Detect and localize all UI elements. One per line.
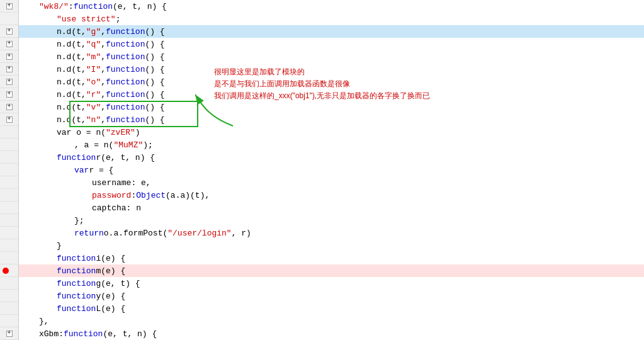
normal-token: () { xyxy=(145,90,164,99)
gutter-row[interactable] xyxy=(0,176,18,189)
gutter-row[interactable]: + xyxy=(0,76,18,88)
fold-icon[interactable]: + xyxy=(6,54,13,60)
gutter-row[interactable]: + xyxy=(0,88,18,101)
normal-token: () { xyxy=(145,65,164,74)
code-line[interactable]: n.d(t, "I", function() { xyxy=(19,63,644,76)
kw-token: var xyxy=(74,166,89,175)
gutter-row[interactable] xyxy=(0,227,18,239)
str-token: "o" xyxy=(86,77,101,87)
normal-token: () { xyxy=(145,52,164,62)
code-line[interactable]: function g(e, t) { xyxy=(19,277,644,290)
gutter-row[interactable]: + xyxy=(0,63,18,76)
code-line[interactable]: function i(e) { xyxy=(19,252,644,264)
str-token: "n" xyxy=(86,115,101,125)
code-line[interactable]: , a = n("MuMZ"); xyxy=(19,139,644,151)
gutter-row[interactable] xyxy=(0,290,18,302)
fold-icon[interactable]: + xyxy=(6,28,13,35)
fold-icon[interactable]: + xyxy=(6,41,13,47)
normal-token: n.d(t, xyxy=(57,27,86,37)
code-line[interactable]: }; xyxy=(19,214,644,227)
normal-token: , xyxy=(101,40,106,49)
gutter-row[interactable] xyxy=(0,277,18,290)
normal-token: () { xyxy=(145,103,164,112)
normal-token: n.d(t, xyxy=(57,90,86,99)
normal-token: (e, t, n) { xyxy=(103,329,157,339)
code-line[interactable]: captcha: n xyxy=(19,201,644,214)
code-line[interactable]: } xyxy=(19,239,644,252)
gutter-row[interactable]: + xyxy=(0,25,18,38)
code-line[interactable]: "wk8/": function(e, t, n) { xyxy=(19,0,644,13)
gutter-row[interactable]: + xyxy=(0,0,18,13)
code-line[interactable]: n.d(t, "r", function() { xyxy=(19,88,644,101)
code-line[interactable]: return o.a.formPost("/user/login", r) xyxy=(19,227,644,239)
gutter-row[interactable] xyxy=(0,315,18,327)
gutter-row[interactable] xyxy=(0,201,18,214)
code-line[interactable]: xGbm: function(e, t, n) { xyxy=(19,327,644,340)
fold-icon[interactable]: + xyxy=(6,331,13,337)
code-line[interactable]: n.d(t, "o", function() { xyxy=(19,76,644,88)
gutter-row[interactable]: + xyxy=(0,101,18,113)
kw-token: function xyxy=(74,2,113,11)
gutter-row[interactable] xyxy=(0,239,18,252)
gutter-row[interactable]: + xyxy=(0,38,18,50)
code-line[interactable]: var r = { xyxy=(19,164,644,176)
kw-token: function xyxy=(57,279,96,288)
normal-token: , xyxy=(101,27,106,37)
normal-token: (e, t, n) { xyxy=(113,2,167,11)
normal-token: r = { xyxy=(89,166,113,175)
gutter-row[interactable] xyxy=(0,164,18,176)
kw-token: function xyxy=(106,65,145,74)
code-line[interactable]: n.d(t, "n", function() { xyxy=(19,113,644,126)
kw-token: function xyxy=(106,103,145,112)
kw-token: function xyxy=(57,153,96,162)
code-line[interactable]: function r(e, t, n) { xyxy=(19,151,644,164)
gutter-row[interactable] xyxy=(0,302,18,315)
gutter-row[interactable] xyxy=(0,126,18,139)
kw-token: function xyxy=(106,40,145,49)
gutter-row[interactable] xyxy=(0,214,18,227)
normal-token: , xyxy=(101,52,106,62)
gutter-row[interactable]: + xyxy=(0,113,18,126)
normal-token: n.d(t, xyxy=(57,103,86,112)
fold-icon[interactable]: + xyxy=(6,66,13,72)
normal-token: L(e) { xyxy=(96,304,125,314)
code-line[interactable]: n.d(t, "q", function() { xyxy=(19,38,644,50)
gutter-row[interactable] xyxy=(0,139,18,151)
code-line[interactable]: username: e, xyxy=(19,176,644,189)
code-line[interactable]: }, xyxy=(19,315,644,327)
code-line[interactable]: var o = n("zvER") xyxy=(19,126,644,139)
gutter-row[interactable] xyxy=(0,264,18,277)
str-token: "r" xyxy=(86,90,101,99)
code-line[interactable]: n.d(t, "m", function() { xyxy=(19,50,644,63)
str-token: "g" xyxy=(86,27,101,37)
str-token: "use strict" xyxy=(57,14,116,24)
fold-icon[interactable]: + xyxy=(6,104,13,110)
code-line[interactable]: function L(e) { xyxy=(19,302,644,315)
gutter-row[interactable] xyxy=(0,252,18,264)
code-line[interactable]: n.d(t, "g", function() { xyxy=(19,25,644,38)
code-line[interactable]: function y(e) { xyxy=(19,290,644,302)
gutter-row[interactable]: + xyxy=(0,327,18,340)
kw-token: function xyxy=(106,77,145,87)
fold-icon[interactable]: + xyxy=(6,116,13,123)
str-token: "I" xyxy=(86,65,101,74)
code-line[interactable]: n.d(t, "v", function() { xyxy=(19,101,644,113)
normal-token: captcha: n xyxy=(92,203,141,213)
code-line[interactable]: password: Object(a.a)(t), xyxy=(19,189,644,201)
fold-icon[interactable]: + xyxy=(6,79,13,85)
code-line[interactable]: function m(e) { xyxy=(19,264,644,277)
gutter-row[interactable] xyxy=(0,189,18,201)
normal-token: () { xyxy=(145,115,164,125)
gutter-row[interactable] xyxy=(0,151,18,164)
normal-token: username: e, xyxy=(92,178,151,188)
gutter-row[interactable]: + xyxy=(0,50,18,63)
editor-container: ++++++++++ "wk8/": function(e, t, n) {"u… xyxy=(0,0,644,340)
kw-token: function xyxy=(57,266,96,276)
normal-token: y(e) { xyxy=(96,292,125,301)
fold-icon[interactable]: + xyxy=(6,3,13,9)
fold-icon[interactable]: + xyxy=(6,91,13,98)
str-token: "/user/login" xyxy=(167,229,231,238)
normal-token: }; xyxy=(74,216,84,225)
gutter-row[interactable] xyxy=(0,13,18,25)
code-line[interactable]: "use strict"; xyxy=(19,13,644,25)
